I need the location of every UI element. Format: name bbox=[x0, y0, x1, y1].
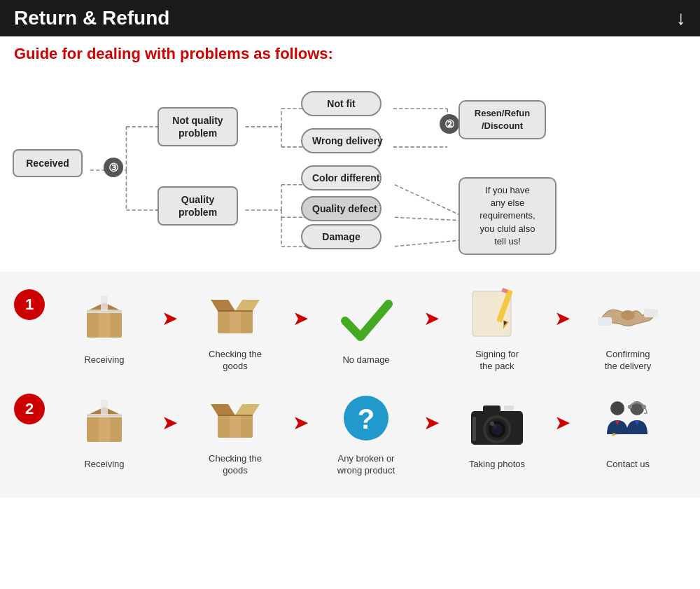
badge2: ② bbox=[440, 114, 459, 134]
svg-marker-58 bbox=[211, 404, 235, 415]
agent-icon-2 bbox=[593, 392, 663, 455]
svg-rect-34 bbox=[99, 311, 110, 338]
svg-point-50 bbox=[621, 310, 635, 320]
step-label-signing-1: Signing forthe pack bbox=[475, 349, 519, 373]
result1-box: Resen/Refun/Discount bbox=[458, 100, 546, 139]
arrow-1-3: ➤ bbox=[424, 307, 440, 330]
step-photos-2: Taking photos bbox=[441, 392, 553, 471]
arrow-2-2: ➤ bbox=[293, 411, 309, 434]
svg-rect-37 bbox=[87, 310, 122, 313]
quality-defect-box: Quality defect bbox=[301, 196, 382, 221]
not-fit-box: Not fit bbox=[301, 91, 382, 116]
wrong-delivery-box: Wrong delivery bbox=[301, 128, 382, 153]
row-number-2: 2 bbox=[14, 394, 45, 424]
svg-rect-49 bbox=[644, 309, 658, 317]
damage-box: Damage bbox=[301, 224, 382, 249]
arrow-1-4: ➤ bbox=[554, 307, 570, 330]
camera-icon-2 bbox=[462, 392, 532, 455]
svg-rect-53 bbox=[99, 415, 110, 442]
header-title: Return & Refund bbox=[14, 7, 169, 29]
step-label-broken-2: Any broken orwrong product bbox=[337, 453, 395, 477]
step-label-receiving-1: Receiving bbox=[84, 354, 124, 366]
svg-point-74 bbox=[610, 401, 624, 415]
svg-point-76 bbox=[628, 405, 632, 409]
not-quality-box: Not qualityproblem bbox=[158, 107, 238, 146]
received-box: Received bbox=[13, 149, 83, 177]
guide-subtitle: Guide for dealing with problems as follo… bbox=[0, 36, 700, 69]
box-open-icon-1 bbox=[200, 282, 270, 345]
step-contact-2: Contact us bbox=[572, 392, 684, 471]
step-broken-2: ? Any broken orwrong product bbox=[310, 387, 422, 477]
svg-rect-48 bbox=[598, 317, 612, 326]
step-label-nodamage-1: No damage bbox=[342, 354, 389, 366]
svg-point-72 bbox=[490, 422, 494, 426]
svg-rect-55 bbox=[101, 400, 108, 415]
pencil-sign-icon-1 bbox=[462, 282, 532, 345]
arrow-2-3: ➤ bbox=[424, 411, 440, 434]
step-receiving-1: Receiving bbox=[48, 288, 160, 366]
handshake-icon-1 bbox=[593, 282, 663, 345]
step-label-contact-2: Contact us bbox=[606, 459, 650, 471]
step-confirming-1: Confirmingthe delivery bbox=[572, 282, 684, 373]
flowchart-section: Received ③ Not qualityproblem Qualitypro… bbox=[0, 69, 700, 272]
checkmark-icon-1 bbox=[331, 288, 401, 351]
step-items-2: Receiving ➤ Checking thegoods ➤ bbox=[48, 387, 686, 477]
svg-rect-73 bbox=[472, 417, 476, 441]
arrow-1-2: ➤ bbox=[293, 307, 309, 330]
process-row-1: 1 Receiving ➤ bbox=[14, 282, 686, 373]
step-signing-1: Signing forthe pack bbox=[441, 282, 553, 373]
step-label-checking-2: Checking thegoods bbox=[209, 453, 262, 477]
step-checking-1: Checking thegoods bbox=[179, 282, 291, 373]
step-label-checking-1: Checking thegoods bbox=[209, 349, 262, 373]
box-open-icon-2 bbox=[200, 387, 270, 450]
box-closed-icon-2 bbox=[69, 392, 139, 455]
row-number-1: 1 bbox=[14, 289, 45, 320]
svg-rect-41 bbox=[230, 311, 241, 333]
arrow-1-1: ➤ bbox=[162, 307, 178, 330]
svg-marker-59 bbox=[235, 404, 260, 415]
svg-text:?: ? bbox=[358, 403, 374, 434]
arrow-2-1: ➤ bbox=[162, 411, 178, 434]
process-row-2: 2 Receiving ➤ bbox=[14, 387, 686, 477]
step-items-1: Receiving ➤ Checking thegoods ➤ bbox=[48, 282, 686, 373]
step-receiving-2: Receiving bbox=[48, 392, 160, 471]
bottom-section: 1 Receiving ➤ bbox=[0, 272, 700, 498]
svg-rect-56 bbox=[87, 414, 122, 417]
step-label-confirming-1: Confirmingthe delivery bbox=[605, 349, 651, 373]
svg-rect-70 bbox=[483, 406, 500, 413]
header-arrow: ↓ bbox=[676, 7, 686, 29]
box-closed-icon-1 bbox=[69, 288, 139, 351]
color-different-box: Color different bbox=[301, 165, 382, 190]
svg-rect-60 bbox=[230, 415, 241, 438]
header: Return & Refund ↓ bbox=[0, 0, 700, 36]
svg-marker-40 bbox=[235, 300, 260, 311]
svg-marker-39 bbox=[211, 300, 235, 311]
question-icon-2: ? bbox=[331, 387, 401, 450]
step-label-photos-2: Taking photos bbox=[469, 459, 525, 471]
step-label-receiving-2: Receiving bbox=[84, 459, 124, 471]
step-checking-2: Checking thegoods bbox=[179, 387, 291, 477]
step-nodamage-1: No damage bbox=[310, 288, 422, 366]
badge3: ③ bbox=[104, 158, 123, 177]
result2-box: If you haveany elserequirements,you clul… bbox=[458, 177, 556, 255]
svg-rect-36 bbox=[101, 296, 108, 311]
quality-box: Qualityproblem bbox=[158, 186, 238, 226]
svg-rect-71 bbox=[504, 406, 514, 411]
arrow-2-4: ➤ bbox=[554, 411, 570, 434]
